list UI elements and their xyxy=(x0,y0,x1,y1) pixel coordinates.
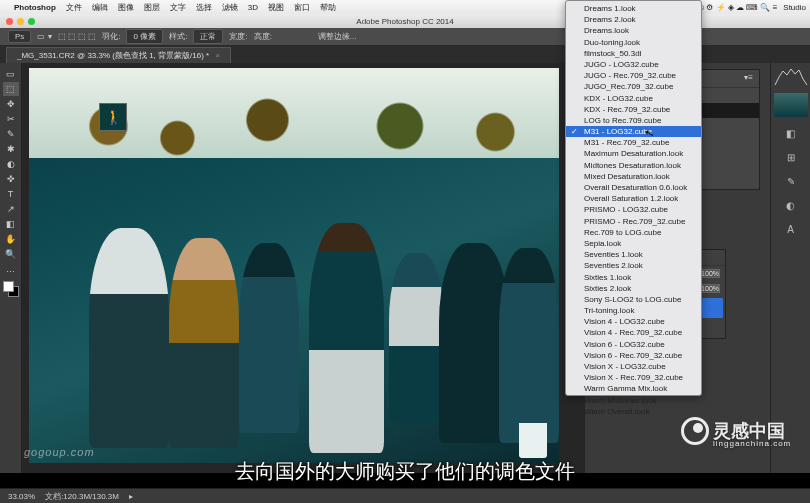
menu-image[interactable]: 图像 xyxy=(118,2,134,13)
canvas-area[interactable]: 🚶 xyxy=(22,63,585,473)
lut-option[interactable]: PRISMO - LOG32.cube xyxy=(566,204,701,215)
lut-option[interactable]: filmstock_50.3dl xyxy=(566,48,701,59)
menubar-studio[interactable]: Studio xyxy=(783,3,806,12)
lut-option[interactable]: Overall Saturation 1.2.look xyxy=(566,193,701,204)
lut-option[interactable]: M31 - Rec.709_32.cube xyxy=(566,137,701,148)
status-arrow-icon[interactable]: ▸ xyxy=(129,492,133,501)
lut-option[interactable]: Vision X - Rec.709_32.cube xyxy=(566,372,701,383)
menu-select[interactable]: 选择 xyxy=(196,2,212,13)
doc-info[interactable]: 文档:120.3M/130.3M xyxy=(45,491,119,502)
lut-option[interactable]: Sepia.look xyxy=(566,238,701,249)
zoom-level[interactable]: 33.03% xyxy=(8,492,35,501)
lut-option[interactable]: Vision 4 - LOG32.cube xyxy=(566,316,701,327)
menubar-status-icons[interactable]: ▣ ⎋ ⚙ ⚡ ◈ ☁ ⌨ 🔍 ≡ xyxy=(689,3,777,12)
pedestrian-sign: 🚶 xyxy=(99,103,127,131)
document-tab-close-icon[interactable]: × xyxy=(215,51,220,60)
lut-option[interactable]: Seventies 1.look xyxy=(566,249,701,260)
lut-option[interactable]: Mixed Desaturation.look xyxy=(566,171,701,182)
window-close-button[interactable] xyxy=(6,18,13,25)
brushes-panel-icon[interactable]: ✎ xyxy=(779,171,803,191)
lut-option[interactable]: Maximum Desaturation.look xyxy=(566,148,701,159)
feather-input[interactable]: 0 像素 xyxy=(126,29,163,44)
menu-type[interactable]: 文字 xyxy=(170,2,186,13)
type-tool[interactable]: T xyxy=(3,187,19,201)
panel-menu-icon[interactable]: ▾≡ xyxy=(744,73,753,84)
eyedropper-tool[interactable]: ✎ xyxy=(3,127,19,141)
style-select[interactable]: 正常 xyxy=(193,29,223,44)
lut-option[interactable]: Sixties 1.look xyxy=(566,272,701,283)
lut-option[interactable]: Seventies 2.look xyxy=(566,260,701,271)
menu-filter[interactable]: 滤镜 xyxy=(222,2,238,13)
lut-option[interactable]: Vision 6 - Rec.709_32.cube xyxy=(566,350,701,361)
path-tool[interactable]: ↗ xyxy=(3,202,19,216)
menu-help[interactable]: 帮助 xyxy=(320,2,336,13)
refine-edge-button[interactable]: 调整边缘... xyxy=(318,31,357,42)
menu-window[interactable]: 窗口 xyxy=(294,2,310,13)
window-minimize-button[interactable] xyxy=(17,18,24,25)
lut-option[interactable]: JUGO_Rec.709_32.cube xyxy=(566,81,701,92)
lut-option[interactable]: JUGO - Rec.709_32.cube xyxy=(566,70,701,81)
lut-option[interactable]: KDX - LOG32.cube xyxy=(566,93,701,104)
lut-option[interactable]: Vision 4 - Rec.709_32.cube xyxy=(566,327,701,338)
hand-tool[interactable]: ✋ xyxy=(3,232,19,246)
lut-option[interactable]: Dreams.look xyxy=(566,25,701,36)
video-subtitle: 去向国外的大师购买了他们的调色文件 xyxy=(0,458,810,485)
lut-option[interactable]: Midtones Desaturation.look xyxy=(566,160,701,171)
adjustments-panel-icon[interactable]: ◐ xyxy=(779,195,803,215)
clone-tool[interactable]: ✜ xyxy=(3,172,19,186)
zoom-tool[interactable]: 🔍 xyxy=(3,247,19,261)
lut-option[interactable]: Overall Desaturation 0.6.look xyxy=(566,182,701,193)
app-home-icon[interactable]: Ps xyxy=(8,30,31,43)
lut-option[interactable]: Warm Midtones.look xyxy=(566,395,701,406)
lut-option[interactable]: M31 - LOG32.cube xyxy=(566,126,701,137)
lut-option[interactable]: Tri-toning.look xyxy=(566,305,701,316)
lut-option[interactable]: Vision X - LOG32.cube xyxy=(566,361,701,372)
healing-tool[interactable]: ✱ xyxy=(3,142,19,156)
histogram-icon[interactable] xyxy=(774,67,808,87)
menu-edit[interactable]: 编辑 xyxy=(92,2,108,13)
menu-file[interactable]: 文件 xyxy=(66,2,82,13)
color-swatch[interactable] xyxy=(3,281,19,297)
document-canvas[interactable]: 🚶 xyxy=(29,68,559,463)
menu-view[interactable]: 视图 xyxy=(268,2,284,13)
watermark-gogoup: gogoup.com xyxy=(24,446,95,458)
brush-tool[interactable]: ◐ xyxy=(3,157,19,171)
lut-option[interactable]: Sixties 2.look xyxy=(566,283,701,294)
color-panel-icon[interactable]: ◧ xyxy=(779,123,803,143)
lasso-tool[interactable]: ✥ xyxy=(3,97,19,111)
tool-preset-icon[interactable]: ▭ ▾ xyxy=(37,32,51,41)
right-dock: ◧ ⊞ ✎ ◐ A xyxy=(770,63,810,473)
lut-option[interactable]: Warm Gamma Mix.look xyxy=(566,383,701,394)
lut-option[interactable]: Duo-toning.look xyxy=(566,37,701,48)
marquee-mode-icons[interactable]: ⬚ ⬚ ⬚ ⬚ xyxy=(58,32,97,41)
crop-tool[interactable]: ✂ xyxy=(3,112,19,126)
lingganchina-url: lingganchina.com xyxy=(713,439,791,448)
3dlut-dropdown-menu[interactable]: Dreams 1.lookDreams 2.lookDreams.lookDuo… xyxy=(565,0,702,396)
menu-3d[interactable]: 3D xyxy=(248,3,258,12)
lut-option[interactable]: LOG to Rec.709.cube xyxy=(566,115,701,126)
style-label: 样式: xyxy=(169,31,187,42)
more-tools[interactable]: … xyxy=(3,262,19,276)
width-label: 宽度: xyxy=(229,31,247,42)
document-tab-label: _MG_3531.CR2 @ 33.3% (颜色查找 1, 背景蒙版/16) * xyxy=(17,50,209,61)
app-menu[interactable]: Photoshop xyxy=(14,3,56,12)
navigator-thumb[interactable] xyxy=(774,93,808,117)
lut-option[interactable]: JUGO - LOG32.cube xyxy=(566,59,701,70)
lingganchina-logo-icon xyxy=(681,417,709,445)
window-zoom-button[interactable] xyxy=(28,18,35,25)
lut-option[interactable]: Warm Overall.look xyxy=(566,406,701,417)
document-tab[interactable]: _MG_3531.CR2 @ 33.3% (颜色查找 1, 背景蒙版/16) *… xyxy=(6,47,231,63)
lut-option[interactable]: Sony S-LOG2 to LOG.cube xyxy=(566,294,701,305)
lut-option[interactable]: Rec.709 to LOG.cube xyxy=(566,227,701,238)
shape-tool[interactable]: ◧ xyxy=(3,217,19,231)
lut-option[interactable]: KDX - Rec.709_32.cube xyxy=(566,104,701,115)
menu-layer[interactable]: 图层 xyxy=(144,2,160,13)
lut-option[interactable]: Dreams 2.look xyxy=(566,14,701,25)
lut-option[interactable]: Dreams 1.look xyxy=(566,3,701,14)
move-tool[interactable]: ▭ xyxy=(3,67,19,81)
swatches-panel-icon[interactable]: ⊞ xyxy=(779,147,803,167)
character-panel-icon[interactable]: A xyxy=(779,219,803,239)
lut-option[interactable]: Vision 6 - LOG32.cube xyxy=(566,339,701,350)
marquee-tool[interactable]: ⬚ xyxy=(3,82,19,96)
lut-option[interactable]: PRISMO - Rec.709_32.cube xyxy=(566,216,701,227)
